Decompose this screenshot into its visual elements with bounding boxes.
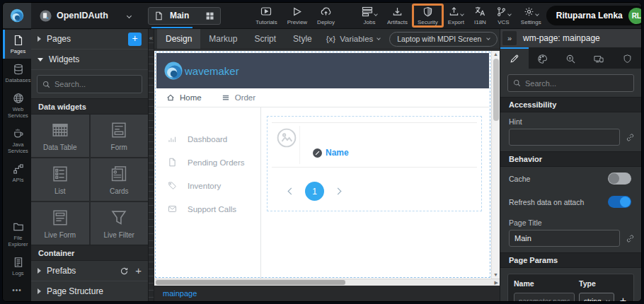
- widgets-section-header[interactable]: Widgets: [31, 49, 148, 70]
- rail-item-logs[interactable]: Logs: [3, 252, 31, 281]
- widget-list[interactable]: List: [31, 158, 89, 201]
- tab-design[interactable]: Design: [157, 29, 200, 49]
- artifacts-button[interactable]: Artifacts: [382, 4, 413, 28]
- rail-item-apis[interactable]: APIs: [3, 158, 31, 187]
- jobs-button[interactable]: Jobs: [357, 4, 382, 28]
- name-field-binding[interactable]: Name: [313, 141, 349, 164]
- pagination-prev-icon[interactable]: [288, 188, 295, 195]
- gear-icon: [524, 6, 534, 17]
- prefabs-section-header[interactable]: Prefabs +: [31, 261, 148, 281]
- pagination-next-icon[interactable]: [335, 188, 342, 195]
- page-tab-main[interactable]: Main: [148, 7, 221, 25]
- hint-input[interactable]: [509, 129, 620, 146]
- menu-item-support-calls[interactable]: Support Calls: [156, 197, 260, 221]
- wavemaker-logo[interactable]: [3, 3, 31, 28]
- widget-live-filter[interactable]: Live Filter: [91, 202, 149, 245]
- chevron-down-icon: [460, 12, 464, 16]
- device-selector[interactable]: Laptop with MDPI Screen: [389, 32, 498, 47]
- preview-button[interactable]: Preview: [282, 4, 312, 28]
- tab-inspector[interactable]: [557, 47, 585, 69]
- file-icon: [168, 158, 177, 167]
- scroll-down-arrow[interactable]: ▼: [493, 271, 498, 279]
- page-structure-section-header[interactable]: Page Structure: [31, 281, 148, 301]
- rail-item-web-services[interactable]: Web Services: [3, 88, 31, 123]
- scroll-right-arrow[interactable]: ▶: [495, 279, 498, 286]
- list-pagination: 1: [289, 182, 477, 201]
- accessibility-section-header[interactable]: Accessibility: [500, 97, 641, 112]
- widget-form[interactable]: Form: [91, 115, 149, 157]
- nav-item-order[interactable]: Order: [222, 93, 255, 102]
- page-header-widget[interactable]: wavemaker: [156, 53, 489, 88]
- bound-variable-icon: [313, 148, 322, 158]
- canvas-vertical-scrollbar[interactable]: ▲ ▼: [491, 51, 500, 279]
- menu-item-dashboard[interactable]: Dashboard: [156, 127, 260, 151]
- widget-cards[interactable]: Cards: [91, 158, 149, 201]
- action-label: Tutorials: [255, 19, 277, 25]
- canvas-page-mainpage[interactable]: wavemaker Home Order: [154, 51, 491, 279]
- rail-item-java-services[interactable]: Java Services: [3, 123, 31, 158]
- variables-dropdown-label: Variables: [340, 35, 373, 43]
- menu-item-pending-orders[interactable]: Pending Orders: [156, 151, 260, 174]
- refresh-data-toggle[interactable]: [608, 196, 631, 208]
- widget-data-table[interactable]: Data Table: [31, 115, 89, 157]
- widget-live-form[interactable]: Live Form: [31, 202, 89, 245]
- param-type-select[interactable]: string: [579, 293, 614, 301]
- grid-icon[interactable]: [205, 11, 214, 21]
- param-name-input[interactable]: [514, 293, 575, 301]
- rail-label: Databases: [6, 77, 31, 83]
- list-widget-selected[interactable]: Name 1: [267, 116, 482, 211]
- bind-property-link-icon[interactable]: [626, 133, 635, 142]
- container-group-header: Container: [31, 245, 148, 261]
- prefabs-label: Prefabs: [47, 266, 76, 276]
- horizontal-scroll-thumb[interactable]: [156, 280, 345, 285]
- video-tutorials-icon: [260, 6, 272, 17]
- tab-properties[interactable]: [500, 47, 529, 69]
- image-placeholder-icon: [276, 127, 297, 148]
- rail-item-pages[interactable]: Pages: [3, 30, 31, 59]
- collapsed-arrow-icon: [38, 36, 41, 42]
- properties-panel-header: » wm-page: mainpage: [500, 29, 641, 47]
- scroll-up-arrow[interactable]: ▲: [493, 51, 498, 58]
- widget-search-input[interactable]: [54, 80, 137, 88]
- add-page-button[interactable]: +: [128, 33, 142, 46]
- export-button[interactable]: Export: [443, 4, 469, 28]
- collapse-right-panel-button[interactable]: »: [502, 31, 517, 45]
- tab-style[interactable]: Style: [284, 29, 321, 49]
- nav-item-home[interactable]: Home: [166, 93, 202, 102]
- settings-button[interactable]: Settings: [516, 4, 546, 28]
- project-menu[interactable]: OpenIDAuth: [31, 10, 138, 22]
- tab-markup[interactable]: Markup: [200, 29, 246, 49]
- tab-security[interactable]: [613, 47, 641, 69]
- add-param-button[interactable]: +: [619, 295, 628, 301]
- rail-more-button[interactable]: •••: [3, 281, 31, 301]
- tab-styles[interactable]: [529, 47, 557, 69]
- cache-toggle[interactable]: [608, 173, 631, 185]
- canvas-horizontal-scrollbar[interactable]: ▶: [154, 279, 500, 286]
- add-prefab-button[interactable]: +: [135, 267, 142, 275]
- behavior-section-header[interactable]: Behavior: [500, 151, 641, 167]
- user-menu[interactable]: Rituparna Lenka RL: [546, 6, 642, 25]
- tab-script[interactable]: Script: [246, 29, 284, 49]
- menu-item-inventory[interactable]: Inventory: [156, 174, 260, 197]
- active-page-name[interactable]: mainpage: [163, 289, 197, 298]
- bind-property-link-icon[interactable]: [626, 234, 635, 243]
- vcs-button[interactable]: VCS: [491, 4, 516, 28]
- refresh-icon[interactable]: [120, 267, 129, 276]
- list-item-template[interactable]: Name: [272, 122, 477, 168]
- collapse-left-panel-button[interactable]: «: [149, 35, 154, 42]
- variables-dropdown[interactable]: {x} Variables: [326, 35, 381, 43]
- page-title-input[interactable]: [509, 230, 620, 247]
- properties-search-input[interactable]: [525, 79, 628, 88]
- page-params-section-header[interactable]: Page Params: [500, 252, 641, 268]
- pagination-page-1[interactable]: 1: [305, 182, 324, 201]
- deploy-button[interactable]: Deploy: [312, 4, 340, 28]
- i18n-button[interactable]: I18N: [469, 4, 491, 28]
- tutorials-button[interactable]: Tutorials: [251, 4, 282, 28]
- tab-devices[interactable]: [585, 47, 613, 69]
- branch-icon: [496, 6, 507, 17]
- rail-item-file-explorer[interactable]: File Explorer: [3, 216, 31, 252]
- vertical-scroll-thumb[interactable]: [493, 59, 499, 121]
- pages-section-header[interactable]: Pages +: [31, 29, 148, 49]
- security-button[interactable]: Security: [413, 4, 443, 28]
- rail-item-databases[interactable]: Databases: [3, 59, 31, 88]
